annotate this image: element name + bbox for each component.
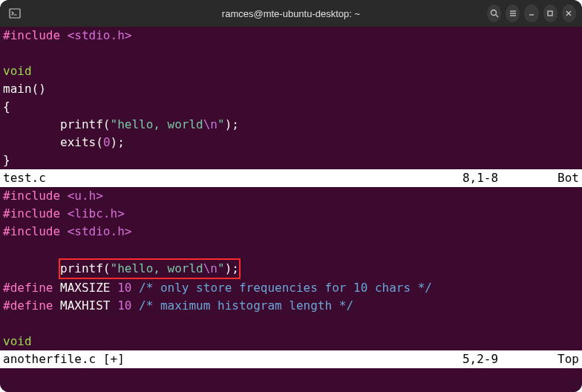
svg-rect-0: [10, 9, 20, 18]
status-cursor-position: 5,2-9: [462, 350, 498, 368]
code-line: [3, 241, 579, 258]
code-line: void: [3, 333, 579, 350]
window-title: ramces@mte-ubuntu-desktop: ~: [95, 8, 487, 19]
code-line: #include <stdio.h>: [3, 27, 579, 45]
status-cursor-position: 8,1-8: [462, 169, 498, 187]
code-line: #include <libc.h>: [3, 205, 579, 223]
status-scroll-indicator: Bot: [558, 169, 579, 187]
code-line: #include <u.h>: [3, 187, 579, 205]
status-filename: anotherfile.c [+]: [3, 350, 462, 368]
code-line: printf("hello, world\n");: [3, 258, 579, 279]
status-filename: test.c: [3, 169, 462, 187]
code-line: }: [3, 151, 579, 169]
editor-pane-bottom[interactable]: #include <u.h> #include <libc.h> #includ…: [0, 187, 582, 350]
terminal-body[interactable]: #include <stdio.h> void main() { printf(…: [0, 27, 582, 392]
status-bar-bottom: anotherfile.c [+] 5,2-9 Top: [0, 350, 582, 368]
titlebar-left: [6, 4, 95, 22]
terminal-window: ramces@mte-ubuntu-desktop: ~ #include <s…: [0, 0, 582, 392]
svg-point-1: [491, 10, 496, 16]
status-bar-top: test.c 8,1-8 Bot: [0, 169, 582, 187]
titlebar-right: [487, 4, 576, 22]
minimize-button[interactable]: [524, 4, 538, 22]
code-line: printf("hello, world\n");: [3, 116, 579, 134]
svg-line-2: [496, 15, 498, 17]
highlighted-search-match: printf("hello, world\n");: [59, 258, 241, 279]
editor-pane-top[interactable]: #include <stdio.h> void main() { printf(…: [0, 27, 582, 169]
code-line: exits(0);: [3, 134, 579, 151]
close-button[interactable]: [562, 4, 576, 22]
status-scroll-indicator: Top: [558, 350, 579, 368]
search-button[interactable]: [487, 4, 501, 22]
svg-rect-7: [548, 11, 552, 16]
code-line: main(): [3, 80, 579, 98]
code-line: {: [3, 98, 579, 116]
code-line: [3, 315, 579, 333]
maximize-button[interactable]: [543, 4, 558, 22]
code-line: void: [3, 62, 579, 80]
code-line: #include <stdio.h>: [3, 223, 579, 241]
code-line: #define MAXSIZE 10 /* only store frequen…: [3, 279, 579, 297]
terminal-icon: [6, 4, 24, 22]
titlebar: ramces@mte-ubuntu-desktop: ~: [0, 0, 582, 27]
code-line: #define MAXHIST 10 /* maximum histogram …: [3, 297, 579, 315]
code-line: [3, 45, 579, 62]
command-line-area[interactable]: [0, 368, 582, 376]
menu-button[interactable]: [506, 4, 520, 22]
